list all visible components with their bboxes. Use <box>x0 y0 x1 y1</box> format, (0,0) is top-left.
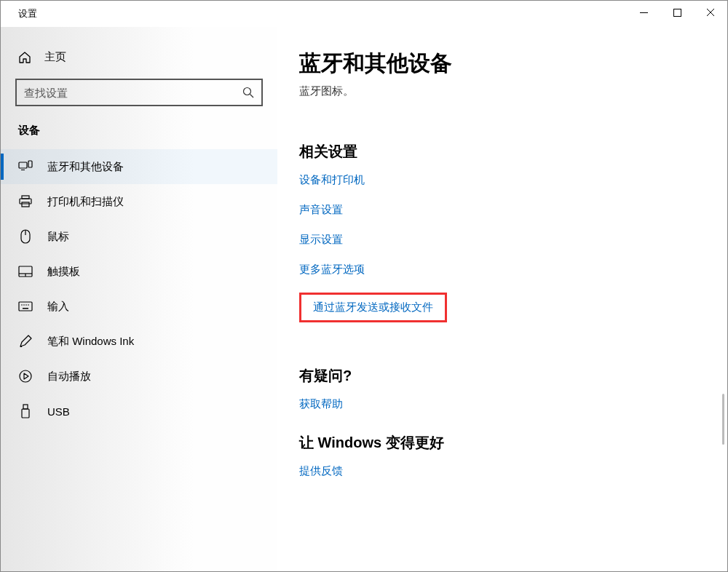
sidebar-item-usb[interactable]: USB <box>1 394 277 429</box>
link-sound-settings[interactable]: 声音设置 <box>299 203 343 217</box>
home-icon <box>18 51 31 64</box>
link-get-help[interactable]: 获取帮助 <box>299 397 343 411</box>
minimize-button[interactable] <box>627 1 660 24</box>
svg-rect-0 <box>640 12 648 13</box>
search-container <box>15 79 263 106</box>
link-display-settings[interactable]: 显示设置 <box>299 233 343 247</box>
close-button[interactable] <box>694 1 727 24</box>
svg-rect-21 <box>23 405 28 409</box>
question-heading: 有疑问? <box>299 366 698 386</box>
svg-rect-1 <box>673 9 681 16</box>
svg-point-18 <box>28 304 29 306</box>
home-label: 主页 <box>44 50 66 64</box>
search-icon <box>242 87 254 98</box>
svg-rect-4 <box>21 170 25 170</box>
sidebar-item-label: 输入 <box>47 300 69 314</box>
mouse-icon <box>18 229 33 244</box>
devices-icon <box>18 159 33 174</box>
titlebar: 设置 <box>1 1 727 27</box>
maximize-button[interactable] <box>660 1 694 24</box>
sidebar-item-printers[interactable]: 打印机和扫描仪 <box>1 184 277 219</box>
sidebar-item-label: 自动播放 <box>47 370 91 384</box>
svg-rect-6 <box>22 196 29 199</box>
link-send-receive-bluetooth[interactable]: 通过蓝牙发送或接收文件 <box>313 301 433 314</box>
svg-point-20 <box>20 370 31 382</box>
sidebar-item-label: USB <box>47 405 70 418</box>
svg-rect-5 <box>28 161 32 167</box>
search-box[interactable] <box>15 79 263 106</box>
sidebar-item-label: 触摸板 <box>47 265 80 279</box>
sidebar-item-autoplay[interactable]: 自动播放 <box>1 359 277 394</box>
sidebar: 主页 设备 蓝牙和其他设备 <box>1 27 277 571</box>
link-more-bluetooth[interactable]: 更多蓝牙选项 <box>299 263 365 277</box>
sidebar-item-typing[interactable]: 输入 <box>1 289 277 324</box>
scrollbar-thumb[interactable] <box>722 394 724 445</box>
svg-rect-14 <box>19 302 32 311</box>
page-heading: 蓝牙和其他设备 <box>299 49 698 79</box>
touchpad-icon <box>18 264 33 279</box>
svg-rect-22 <box>22 409 29 418</box>
search-input[interactable] <box>24 87 242 99</box>
link-feedback[interactable]: 提供反馈 <box>299 464 343 478</box>
window-controls <box>627 1 727 24</box>
sidebar-item-mouse[interactable]: 鼠标 <box>1 219 277 254</box>
svg-point-15 <box>21 304 23 306</box>
sidebar-item-label: 打印机和扫描仪 <box>47 195 124 209</box>
sidebar-item-bluetooth[interactable]: 蓝牙和其他设备 <box>1 149 277 184</box>
svg-rect-19 <box>23 308 28 309</box>
content-pane: 蓝牙和其他设备 蓝牙图标。 相关设置 设备和打印机 声音设置 显示设置 更多蓝牙… <box>277 27 727 571</box>
page-subtext: 蓝牙图标。 <box>299 84 698 98</box>
sidebar-item-label: 笔和 Windows Ink <box>47 335 134 349</box>
svg-point-17 <box>25 304 27 306</box>
usb-icon <box>18 404 33 418</box>
link-devices-printers[interactable]: 设备和打印机 <box>299 173 365 187</box>
keyboard-icon <box>18 299 33 314</box>
window-title: 设置 <box>18 7 37 20</box>
home-nav[interactable]: 主页 <box>1 41 277 73</box>
related-settings-heading: 相关设置 <box>299 142 698 162</box>
improve-heading: 让 Windows 变得更好 <box>299 433 698 453</box>
sidebar-item-label: 蓝牙和其他设备 <box>47 160 124 174</box>
svg-point-2 <box>244 88 251 95</box>
pen-icon <box>18 334 33 349</box>
sidebar-item-touchpad[interactable]: 触摸板 <box>1 254 277 289</box>
printer-icon <box>18 194 33 209</box>
highlight-annotation: 通过蓝牙发送或接收文件 <box>299 293 447 322</box>
sidebar-item-pen[interactable]: 笔和 Windows Ink <box>1 324 277 359</box>
svg-rect-8 <box>22 202 29 207</box>
sidebar-section-label: 设备 <box>1 121 277 149</box>
autoplay-icon <box>18 369 33 384</box>
sidebar-item-label: 鼠标 <box>47 230 69 244</box>
svg-point-16 <box>23 304 25 306</box>
svg-rect-3 <box>19 162 27 168</box>
